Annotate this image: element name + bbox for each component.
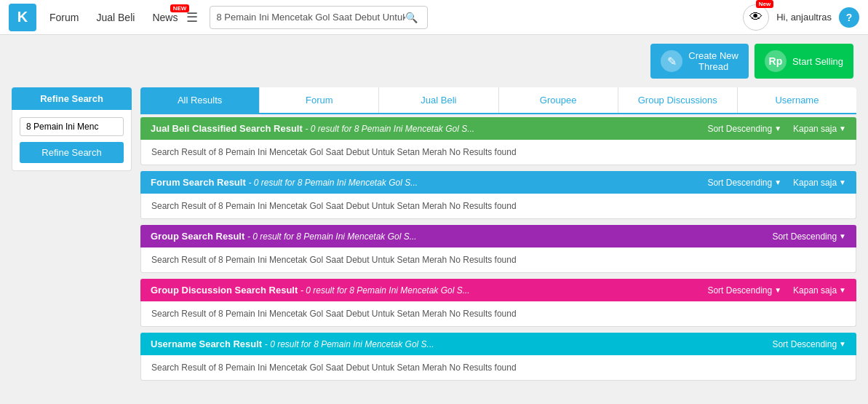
section-username: Username Search Result - 0 result for 8 … <box>140 333 856 381</box>
start-selling-label: Start Selling <box>792 56 843 67</box>
sort-username: Sort Descending ▼ <box>772 339 846 349</box>
section-title-username: Username Search Result - 0 result for 8 … <box>151 338 434 349</box>
news-badge: NEW <box>170 4 190 12</box>
header: K Forum Jual Beli News NEW ☰ 🔍 👁 New Hi,… <box>0 0 868 35</box>
section-header-jual-beli: Jual Beli Classified Search Result - 0 r… <box>140 117 856 140</box>
header-right: 👁 New Hi, anjaultras ? <box>743 4 859 31</box>
nav-news[interactable]: News NEW <box>152 12 178 23</box>
section-body-forum: Search Result of 8 Pemain Ini Mencetak G… <box>140 194 856 219</box>
content: All Results Forum Jual Beli Groupee Grou… <box>140 87 856 381</box>
sort-group-discussion: Sort Descending ▼ Kapan saja ▼ <box>707 285 846 296</box>
section-jual-beli: Jual Beli Classified Search Result - 0 r… <box>140 117 856 165</box>
kapan-saja-group-discussion[interactable]: Kapan saja ▼ <box>793 285 846 296</box>
tab-all-results[interactable]: All Results <box>140 87 260 113</box>
nav-jualbeli[interactable]: Jual Beli <box>96 12 135 23</box>
section-header-group: Group Search Result - 0 result for 8 Pem… <box>140 225 856 247</box>
section-group-discussion: Group Discussion Search Result - 0 resul… <box>140 279 856 327</box>
sidebar-search-input[interactable] <box>20 117 124 136</box>
avatar[interactable]: 👁 <box>743 4 769 31</box>
section-header-group-discussion: Group Discussion Search Result - 0 resul… <box>140 279 856 301</box>
section-forum: Forum Search Result - 0 result for 8 Pem… <box>140 171 856 219</box>
action-bar: ✎ Create NewThread Rp Start Selling <box>0 35 868 87</box>
help-button[interactable]: ? <box>839 7 859 28</box>
result-text-jual-beli: Search Result of 8 Pemain Ini Mencetak G… <box>151 147 517 157</box>
sort-jual-beli: Sort Descending ▼ Kapan saja ▼ <box>707 124 846 134</box>
result-sections: Jual Beli Classified Search Result - 0 r… <box>140 117 856 381</box>
avatar-new-badge: New <box>756 0 773 8</box>
result-text-forum: Search Result of 8 Pemain Ini Mencetak G… <box>151 201 517 211</box>
section-header-forum: Forum Search Result - 0 result for 8 Pem… <box>140 171 856 194</box>
kapan-saja-jual-beli[interactable]: Kapan saja ▼ <box>793 124 846 134</box>
section-body-group-discussion: Search Result of 8 Pemain Ini Mencetak G… <box>140 301 856 327</box>
sort-forum: Sort Descending ▼ Kapan saja ▼ <box>707 178 846 188</box>
section-body-jual-beli: Search Result of 8 Pemain Ini Mencetak G… <box>140 140 856 165</box>
sort-group: Sort Descending ▼ <box>772 231 846 242</box>
sell-icon: Rp <box>765 50 787 72</box>
main-layout: Refine Search Refine Search All Results … <box>0 87 868 392</box>
tabs: All Results Forum Jual Beli Groupee Grou… <box>140 87 856 114</box>
sort-descending-forum[interactable]: Sort Descending ▼ <box>707 178 781 188</box>
kapan-saja-forum[interactable]: Kapan saja ▼ <box>793 178 846 188</box>
section-group: Group Search Result - 0 result for 8 Pem… <box>140 225 856 273</box>
tab-groupee[interactable]: Groupee <box>499 87 618 113</box>
user-greeting: Hi, anjaultras <box>776 12 832 23</box>
result-text-group: Search Result of 8 Pemain Ini Mencetak G… <box>151 255 517 265</box>
result-text-username: Search Result of 8 Pemain Ini Mencetak G… <box>151 363 517 373</box>
tab-username[interactable]: Username <box>738 87 856 113</box>
section-title-group-discussion: Group Discussion Search Result - 0 resul… <box>151 285 470 296</box>
logo[interactable]: K <box>9 4 36 31</box>
search-input[interactable] <box>216 12 405 23</box>
tab-forum[interactable]: Forum <box>260 87 379 113</box>
search-bar: 🔍 <box>210 6 428 29</box>
create-thread-label: Create NewThread <box>688 50 738 72</box>
sort-descending-group-discussion[interactable]: Sort Descending ▼ <box>707 285 781 296</box>
create-thread-button[interactable]: ✎ Create NewThread <box>650 44 749 79</box>
result-text-group-discussion: Search Result of 8 Pemain Ini Mencetak G… <box>151 309 517 319</box>
nav-links: Forum Jual Beli News NEW <box>49 12 178 23</box>
create-thread-icon: ✎ <box>661 50 682 72</box>
avatar-wrap: 👁 New <box>743 4 769 31</box>
sidebar-body: Refine Search <box>12 110 132 171</box>
tab-jual-beli[interactable]: Jual Beli <box>379 87 498 113</box>
sort-descending-group[interactable]: Sort Descending ▼ <box>772 231 846 242</box>
sort-descending-username[interactable]: Sort Descending ▼ <box>772 339 846 349</box>
section-body-username: Search Result of 8 Pemain Ini Mencetak G… <box>140 355 856 381</box>
sort-descending-jual-beli[interactable]: Sort Descending ▼ <box>707 124 781 134</box>
sidebar-title: Refine Search <box>12 87 132 110</box>
logo-letter: K <box>17 9 28 25</box>
section-title-forum: Forum Search Result - 0 result for 8 Pem… <box>151 177 418 188</box>
nav-forum[interactable]: Forum <box>49 12 79 23</box>
section-body-group: Search Result of 8 Pemain Ini Mencetak G… <box>140 247 856 273</box>
section-header-username: Username Search Result - 0 result for 8 … <box>140 333 856 355</box>
tab-group-discussions[interactable]: Group Discussions <box>618 87 738 113</box>
section-title-jual-beli: Jual Beli Classified Search Result - 0 r… <box>151 123 474 134</box>
search-icon[interactable]: 🔍 <box>405 12 418 23</box>
refine-search-button[interactable]: Refine Search <box>20 142 124 163</box>
start-selling-button[interactable]: Rp Start Selling <box>754 44 853 79</box>
section-title-group: Group Search Result - 0 result for 8 Pem… <box>151 231 417 242</box>
sidebar: Refine Search Refine Search <box>12 87 132 381</box>
